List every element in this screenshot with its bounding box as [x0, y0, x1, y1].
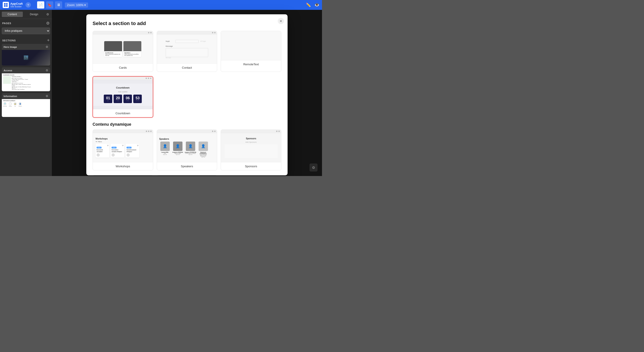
card-mini-2: SpeakersNotre événement accueillera des …: [124, 41, 141, 57]
section-item-information-settings[interactable]: ⚙: [46, 94, 48, 98]
sections-list: Hero Image ⚙ 🏙️ Access ⚙ Localisation et…: [0, 44, 52, 119]
sponsors-preview-toolbar: [221, 130, 281, 133]
workshops-cards: Atelier Economie circulaire ✓ Atelier In…: [96, 144, 150, 158]
workshop-card-2: Atelier Innovation sociale d'impact ✓: [110, 144, 124, 158]
workshops-preview-title: Workshops: [96, 138, 150, 140]
countdown-preview-content: Countdown Add subtitle 01 jours 20 heure…: [93, 84, 153, 106]
dynamic-content-heading: Contenu dynamique: [92, 122, 281, 127]
dot1: [146, 78, 147, 79]
dot2: [148, 130, 149, 132]
sections-label: SECTIONS: [2, 39, 16, 42]
contact-field-sujet: Sujet El Sujet: [166, 40, 208, 43]
section-item-hero[interactable]: Hero Image ⚙ 🏙️: [2, 44, 50, 66]
section-card-workshops[interactable]: Workshops ▼Filters Atelier Economie circ…: [92, 130, 153, 170]
page-btn-3[interactable]: 🖥: [55, 1, 62, 8]
section-card-addtitle[interactable]: Add title Add subtitle Add element: [157, 175, 217, 175]
section-card-speakers[interactable]: Speakers 👤 Laurent BEL CEO AppCraft 👤 Gr…: [157, 130, 217, 170]
countdown-box-seconds: 53 secondes: [133, 94, 142, 103]
dot3: [150, 130, 152, 132]
preview-button[interactable]: 👁️: [314, 2, 319, 8]
pages-settings-button[interactable]: ⚙: [46, 21, 50, 26]
help-button[interactable]: ?: [26, 2, 31, 8]
section-item-information[interactable]: Information ⚙ Informations pratiques 👕 D…: [2, 93, 50, 117]
section-item-access-label: Access: [4, 69, 46, 72]
modal-close-button[interactable]: ×: [278, 18, 284, 24]
svg-rect-2: [4, 5, 6, 7]
contact-preview-toolbar: [157, 31, 217, 34]
page-btn-1[interactable]: 📄: [37, 1, 44, 8]
workshops-preview: Workshops ▼Filters Atelier Economie circ…: [93, 133, 153, 162]
svg-rect-0: [4, 3, 6, 5]
speaker-card-4: 👤 Stéphanie STADEROLI Head of Project Ma…: [198, 142, 209, 158]
section-item-information-label: Information: [4, 95, 46, 98]
cards-preview-toolbar: [93, 31, 153, 34]
app-name: AppCraft: [10, 2, 23, 5]
workshops-filter: ▼Filters: [96, 141, 150, 142]
app-logo: AppCraft Site Builder: [3, 2, 23, 8]
section-card-sponsors[interactable]: Sponsors Add Sponsors Sponsors: [221, 130, 281, 170]
tab-content[interactable]: Content: [2, 12, 23, 17]
dot1: [212, 32, 213, 33]
page-select[interactable]: Infos pratiques: [2, 28, 50, 34]
section-card-cards[interactable]: ConférencesNotre événement propose une s…: [92, 31, 153, 72]
speakers-grid: 👤 Laurent BEL CEO AppCraft 👤 Grégoire FO…: [159, 142, 215, 158]
card-mini-1: ConférencesNotre événement propose une s…: [104, 41, 122, 57]
section-card-contact[interactable]: Sujet El Sujet Message Message Contact: [157, 31, 217, 72]
modal-overlay[interactable]: Select a section to add × ConférencesNot…: [52, 10, 322, 176]
app-subtitle: Site Builder: [10, 5, 23, 8]
remotetext-preview: [221, 31, 281, 60]
speaker-card-3: 👤 Gregory POTDEVIN CTO & Head of Product…: [185, 142, 196, 158]
section-item-access[interactable]: Access ⚙ Localisation et accès Comment y…: [2, 67, 50, 91]
speakers-preview-content: Speakers 👤 Laurent BEL CEO AppCraft 👤 Gr…: [157, 136, 217, 160]
dot2: [278, 130, 280, 132]
svg-rect-1: [6, 3, 8, 5]
contact-preview-content: Sujet El Sujet Message Message: [163, 37, 211, 61]
section-item-hero-header: Hero Image ⚙: [2, 44, 50, 50]
topbar: AppCraft Site Builder ? 📄 🔖 🖥 Zoom: 100%…: [0, 0, 322, 10]
countdown-preview-subtitle: Add subtitle: [118, 91, 128, 93]
section-card-remotetext[interactable]: RemoteText: [221, 31, 281, 72]
speakers-preview-title: Speakers: [159, 138, 215, 140]
dot2: [150, 32, 152, 33]
contact-preview: Sujet El Sujet Message Message: [157, 34, 217, 64]
speakers-preview-toolbar: [157, 130, 217, 133]
tab-design[interactable]: Design: [24, 12, 45, 17]
zoom-button[interactable]: Zoom: 100% ▾: [65, 2, 88, 8]
sponsors-add-text: Add Sponsors: [246, 141, 257, 143]
workshop-card-1: Atelier Economie circulaire ✓: [96, 144, 109, 158]
page-buttons: 📄 🔖 🖥: [37, 1, 62, 8]
section-item-information-thumb: Informations pratiques 👕 Dresscode 🅿 Par…: [2, 99, 50, 117]
countdown-box-hours: 20 heures: [114, 94, 122, 103]
sections-header: SECTIONS +: [0, 36, 52, 44]
sponsors-content-area: [224, 144, 278, 158]
page-btn-2[interactable]: 🔖: [46, 1, 53, 8]
section-card-participants[interactable]: Participants A B C D E F G H I J: [92, 175, 153, 175]
dot1: [148, 32, 149, 33]
cards-label: Cards: [93, 64, 153, 72]
section-item-access-settings[interactable]: ⚙: [46, 69, 48, 72]
section-item-access-thumb: Localisation et accès Comment y accéder …: [2, 73, 50, 91]
dot1: [146, 130, 147, 132]
countdown-preview-toolbar: [93, 77, 153, 80]
section-item-information-header: Information ⚙: [2, 93, 50, 99]
section-item-hero-label: Hero Image: [4, 46, 46, 48]
dot2: [214, 32, 216, 33]
section-item-hero-thumb: 🏙️: [2, 50, 50, 66]
workshop-card-3: Atelier Investissement d'impact ✓: [126, 144, 139, 158]
edit-button[interactable]: ✏️: [306, 2, 311, 8]
countdown-preview-title: Countdown: [116, 86, 130, 89]
pages-dropdown[interactable]: Infos pratiques: [2, 28, 50, 34]
remotetext-label: RemoteText: [221, 60, 281, 68]
speaker-card-2: 👤 Grégoire FORGES Head of Sales AppCraft: [172, 142, 184, 158]
countdown-preview: Countdown Add subtitle 01 jours 20 heure…: [93, 80, 153, 109]
section-card-countdown[interactable]: Countdown Add subtitle 01 jours 20 heure…: [92, 76, 153, 118]
add-section-button[interactable]: +: [47, 38, 50, 43]
countdown-label: Countdown: [93, 109, 153, 117]
countdown-box-days: 01 jours: [104, 94, 112, 103]
workshops-preview-content: Workshops ▼Filters Atelier Economie circ…: [93, 136, 153, 159]
sidebar-settings-button[interactable]: ⚙: [46, 12, 50, 17]
sponsors-preview-title: Sponsors: [246, 137, 256, 140]
dot2: [148, 78, 149, 79]
dot1: [212, 130, 213, 132]
section-item-hero-settings[interactable]: ⚙: [46, 45, 48, 48]
